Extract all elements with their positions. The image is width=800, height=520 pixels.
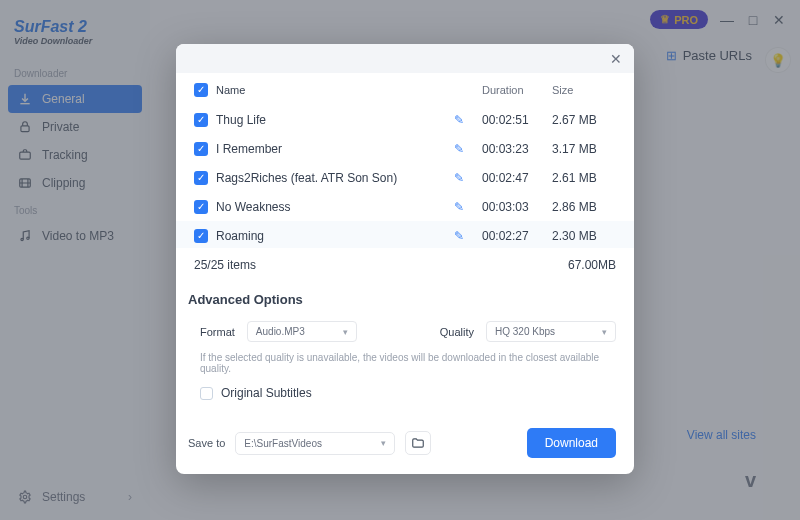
row-checkbox[interactable]: ✓	[194, 171, 208, 185]
table-header: ✓ Name Duration Size	[176, 73, 634, 105]
edit-icon[interactable]: ✎	[454, 113, 464, 127]
format-quality-row: Format Audio.MP3 ▾ Quality HQ 320 Kbps ▾	[176, 317, 634, 352]
advanced-options-heading: Advanced Options	[176, 286, 634, 317]
save-path-select[interactable]: E:\SurFastVideos ▾	[235, 432, 395, 455]
row-checkbox[interactable]: ✓	[194, 113, 208, 127]
items-count: 25/25 items	[194, 258, 256, 272]
subtitles-option[interactable]: Original Subtitles	[176, 386, 634, 416]
format-select[interactable]: Audio.MP3 ▾	[247, 321, 357, 342]
table-row[interactable]: ✓ Thug Life ✎ 00:02:51 2.67 MB	[176, 105, 634, 134]
row-checkbox[interactable]: ✓	[194, 200, 208, 214]
subtitles-checkbox[interactable]	[200, 387, 213, 400]
format-label: Format	[200, 326, 235, 338]
table-row[interactable]: ✓ Rags2Riches (feat. ATR Son Son) ✎ 00:0…	[176, 163, 634, 192]
chevron-down-icon: ▾	[343, 327, 348, 337]
quality-select[interactable]: HQ 320 Kbps ▾	[486, 321, 616, 342]
folder-icon	[411, 436, 425, 450]
row-checkbox[interactable]: ✓	[194, 142, 208, 156]
browse-folder-button[interactable]	[405, 431, 431, 455]
download-button[interactable]: Download	[527, 428, 616, 458]
col-size: Size	[552, 84, 616, 96]
edit-icon[interactable]: ✎	[454, 200, 464, 214]
edit-icon[interactable]: ✎	[454, 229, 464, 243]
col-duration: Duration	[482, 84, 552, 96]
modal-footer: Save to E:\SurFastVideos ▾ Download	[176, 416, 634, 474]
chevron-down-icon: ▾	[602, 327, 607, 337]
table-row[interactable]: ✓ Roaming ✎ 00:02:27 2.30 MB	[176, 221, 634, 248]
select-all-checkbox[interactable]: ✓	[194, 83, 208, 97]
modal-header: ✕	[176, 44, 634, 73]
total-size: 67.00MB	[568, 258, 616, 272]
table-body: ✓ Thug Life ✎ 00:02:51 2.67 MB ✓ I Remem…	[176, 105, 634, 248]
table-row[interactable]: ✓ I Remember ✎ 00:03:23 3.17 MB	[176, 134, 634, 163]
table-row[interactable]: ✓ No Weakness ✎ 00:03:03 2.86 MB	[176, 192, 634, 221]
modal-close-button[interactable]: ✕	[610, 51, 622, 67]
row-checkbox[interactable]: ✓	[194, 229, 208, 243]
quality-note: If the selected quality is unavailable, …	[176, 352, 634, 386]
col-name: Name	[216, 84, 454, 96]
chevron-down-icon: ▾	[381, 438, 386, 448]
totals-row: 25/25 items 67.00MB	[176, 248, 634, 286]
edit-icon[interactable]: ✎	[454, 171, 464, 185]
download-modal: ✕ ✓ Name Duration Size ✓ Thug Life ✎ 00:…	[176, 44, 634, 474]
save-to-label: Save to	[188, 437, 225, 449]
quality-label: Quality	[440, 326, 474, 338]
edit-icon[interactable]: ✎	[454, 142, 464, 156]
